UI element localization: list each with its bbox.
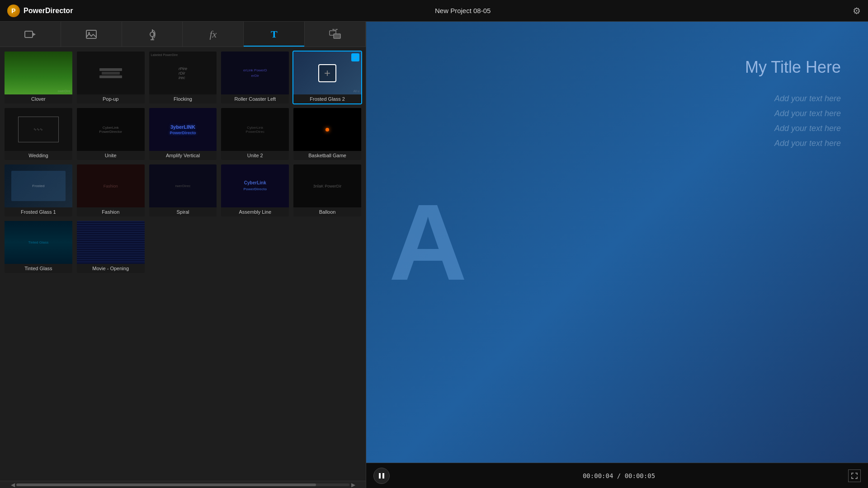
effect-assembly[interactable]: CyberLink PowerDirecto Assembly Line xyxy=(220,164,290,217)
effect-movie-label: Movie - Opening xyxy=(77,264,145,273)
effect-clover-label: Clover xyxy=(5,94,72,103)
effect-amplify-label: Amplify Vertical xyxy=(149,151,217,160)
preview-letter: A xyxy=(389,180,467,305)
basketball-dot xyxy=(326,128,329,131)
effect-amplify[interactable]: 3yberLINK PowerDirecto Amplify Vertical xyxy=(148,107,218,161)
play-pause-button[interactable] xyxy=(373,468,390,484)
svg-rect-11 xyxy=(379,473,381,479)
app-logo: P PowerDirector xyxy=(7,5,73,17)
settings-icon[interactable]: ⚙ xyxy=(853,5,861,16)
effect-spiral-label: Spiral xyxy=(149,207,217,216)
svg-rect-0 xyxy=(25,31,33,38)
effect-fashion-label: Fashion xyxy=(77,207,145,216)
playback-bar: 00:00:04 / 00:00:05 xyxy=(366,463,868,488)
tab-video[interactable] xyxy=(0,22,61,47)
effect-spiral[interactable]: rwerDirec Spiral xyxy=(148,164,218,217)
add-icon: + xyxy=(318,64,336,82)
effect-rollercoaster[interactable]: erLink PowerDerDir Roller Coaster Left xyxy=(220,51,290,104)
effect-frostedglass2[interactable]: + ✓ All u Frosted Glass 2 xyxy=(292,51,362,104)
effects-grid: owerDire Clover Pop-up xyxy=(0,47,366,481)
app-name: PowerDirector xyxy=(24,7,73,15)
time-display: 00:00:04 / 00:00:05 xyxy=(395,472,843,479)
effect-frostedglass1-label: Frosted Glass 1 xyxy=(5,207,72,216)
effect-unite-label: Unite xyxy=(77,151,145,160)
tab-audio[interactable] xyxy=(122,22,183,47)
effect-popup[interactable]: Pop-up xyxy=(76,51,146,104)
effect-tintedglass[interactable]: Tinted Glass Tinted Glass xyxy=(4,220,73,274)
effect-flocking-label: Flocking xyxy=(149,94,217,103)
effect-clover[interactable]: owerDire Clover xyxy=(4,51,73,104)
svg-rect-9 xyxy=(334,34,340,38)
effect-frostedglass2-label: Frosted Glass 2 xyxy=(293,94,361,103)
logo-circle: P xyxy=(7,5,20,17)
effect-wedding[interactable]: ∿∿∿ Wedding xyxy=(4,107,73,161)
effect-frostedglass1[interactable]: Frosted Frosted Glass 1 xyxy=(4,164,73,217)
effect-unite2-label: Unite 2 xyxy=(221,151,289,160)
preview-subtext-1: Add your text here xyxy=(774,94,841,103)
effect-balloon[interactable]: 3nlaK PowerDir Balloon xyxy=(292,164,362,217)
scroll-bar[interactable]: ◀ ▶ xyxy=(0,481,366,488)
preview-title: My Title Here xyxy=(745,58,841,77)
effect-assembly-label: Assembly Line xyxy=(221,207,289,216)
svg-marker-1 xyxy=(33,33,36,36)
preview-subtext-4: Add your text here xyxy=(774,139,841,148)
tab-pip[interactable] xyxy=(305,22,366,47)
effect-unite[interactable]: CyberLinkPowerDirector Unite xyxy=(76,107,146,161)
scroll-right-arrow[interactable]: ▶ xyxy=(349,481,357,488)
scroll-left-arrow[interactable]: ◀ xyxy=(9,481,16,488)
selected-check: ✓ xyxy=(351,53,359,61)
tab-image[interactable] xyxy=(61,22,122,47)
svg-rect-12 xyxy=(382,473,384,479)
preview-subtext-3: Add your text here xyxy=(774,124,841,133)
effect-fashion[interactable]: Fashion Fashion xyxy=(76,164,146,217)
scroll-track[interactable] xyxy=(16,483,349,486)
preview-area: A My Title Here Add your text here Add y… xyxy=(366,22,868,463)
fullscreen-button[interactable] xyxy=(848,469,861,482)
effect-wedding-label: Wedding xyxy=(5,151,72,160)
preview-subtext-2: Add your text here xyxy=(774,109,841,118)
effect-unite2[interactable]: CyberLinkPowerDirec Unite 2 xyxy=(220,107,290,161)
effect-movie[interactable]: Movie - Opening xyxy=(76,220,146,274)
effect-tintedglass-label: Tinted Glass xyxy=(5,264,72,273)
effect-rollercoaster-label: Roller Coaster Left xyxy=(221,94,289,103)
scroll-thumb[interactable] xyxy=(16,483,316,486)
effect-basketball-label: Basketball Game xyxy=(293,151,361,160)
tab-title[interactable]: T xyxy=(244,22,305,47)
effect-popup-label: Pop-up xyxy=(77,94,145,103)
svg-rect-2 xyxy=(86,30,96,38)
tab-fx[interactable]: fx xyxy=(183,22,244,47)
effect-balloon-label: Balloon xyxy=(293,207,361,216)
project-title: New Project 08-05 xyxy=(435,7,491,14)
effect-flocking[interactable]: Labeled PowerDire rPirerDirirec Flocking xyxy=(148,51,218,104)
effect-basketball[interactable]: Basketball Game xyxy=(292,107,362,161)
tab-bar: fx T xyxy=(0,22,366,47)
preview-subtexts: Add your text here Add your text here Ad… xyxy=(774,94,841,148)
